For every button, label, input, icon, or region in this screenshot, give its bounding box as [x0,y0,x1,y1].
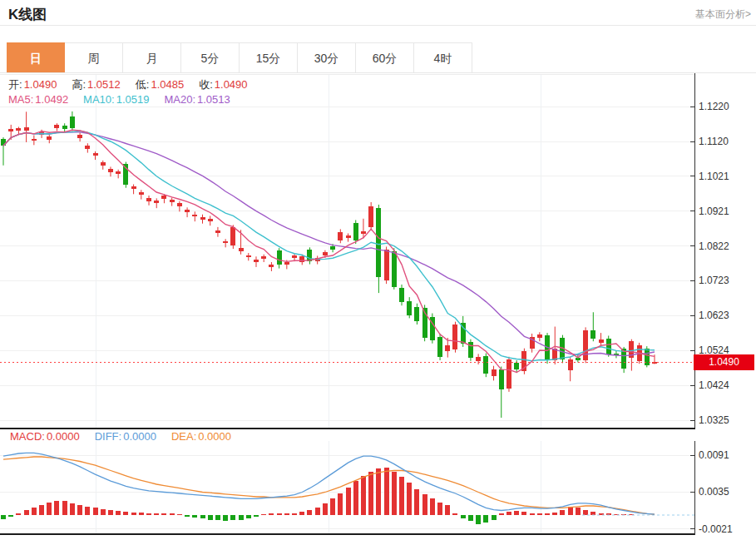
macd-bar [139,513,144,515]
widget-header: K线图 基本面分析> [0,0,756,26]
tab-month[interactable]: 月 [123,42,181,73]
macd-bar [93,508,98,515]
macd-bar [185,515,190,517]
macd-bar [70,503,75,515]
candle-body [590,330,595,339]
candle-body [277,250,282,265]
candle-body [108,169,113,172]
ohlc-legend: 开:1.0490高:1.0512低:1.0485收:1.0490 [8,77,263,92]
legend-label: MA5: [8,93,33,106]
tab-5min[interactable]: 5分 [181,42,240,73]
candle-body [384,250,389,280]
macd-bar [101,509,106,515]
candle-body [606,339,611,354]
fundamental-analysis-link[interactable]: 基本面分析> [695,7,751,22]
candle-body [461,323,466,344]
macd-bar [284,513,289,515]
macd-bar [246,515,251,518]
panel-divider [0,428,695,429]
macd-bar [483,515,488,523]
legend-value: 1.0513 [197,93,230,106]
candle-body [116,171,121,174]
y-axis-label: 1.1220 [699,101,729,112]
macd-bar [353,481,358,515]
candle-body [239,248,244,251]
candle-body [583,330,588,360]
macd-bar [230,515,235,520]
macd-bar [254,515,259,517]
legend-label: DIFF: [95,430,122,443]
macd-bar [39,505,44,515]
legend-value: 1.0485 [151,78,184,91]
macd-bar [545,513,550,515]
macd-bar [430,498,435,515]
y-axis-label: 0.0035 [699,486,729,498]
candle-body [8,129,13,131]
macd-bar [170,513,175,515]
macd-bar [223,515,228,521]
legend-value: 0.0000 [123,430,156,443]
y-axis-label: 1.0623 [699,310,729,321]
y-axis-label: 1.1120 [699,136,729,147]
tab-week[interactable]: 周 [65,42,123,73]
candle-body [161,196,166,199]
candle-body [70,116,75,128]
macd-bar [392,472,397,515]
macd-bar [376,468,381,515]
candle-body [368,206,373,227]
candle-body [24,127,29,131]
candle-body [208,219,213,221]
tab-30min[interactable]: 30分 [298,42,356,73]
tab-15min[interactable]: 15分 [240,42,298,73]
macd-bar [116,511,121,515]
candle-body [514,363,519,369]
y-axis-label: 1.0822 [699,240,729,252]
legend-label: MACD: [10,430,45,443]
candle-body [254,260,259,262]
candle-body [399,288,404,302]
tab-4hour[interactable]: 4时 [414,42,472,73]
legend-value: 1.0490 [215,78,248,91]
candle-body [407,301,412,315]
macd-bar [530,513,535,515]
y-axis-label: 1.1021 [699,171,729,182]
candle-body [215,230,220,233]
candle-body [54,125,59,128]
candle-body [261,256,266,259]
candle-body [154,201,159,203]
legend-label: MA20: [164,93,195,106]
macd-bar [239,515,244,520]
candle-body [146,198,151,201]
candle-body [85,146,90,149]
candle-body [476,357,481,361]
y-axis-label: 1.0723 [699,275,729,286]
tab-day[interactable]: 日 [7,42,65,73]
macd-bar [16,513,21,515]
candle-body [292,255,297,258]
macd-bar [461,515,466,518]
y-axis-label: -0.0021 [699,523,733,535]
legend-value: 1.0492 [35,93,68,106]
macd-bar [1,515,6,519]
tab-60min[interactable]: 60分 [356,42,414,73]
macd-bar [514,511,519,515]
macd-bar [154,513,159,515]
candle-body [537,334,542,338]
macd-legend: MACD:0.0000DIFF:0.0000DEA:0.0000 [10,430,246,443]
macd-bar [330,498,335,515]
candle-body [299,256,304,262]
candle-body [361,231,366,234]
macd-bar [108,510,113,515]
candle-body [47,136,52,140]
candle-body [101,162,106,165]
legend-label: 开: [8,78,22,91]
candle-body [445,345,450,351]
ma-legend: MA5:1.0492MA10:1.0519MA20:1.0513 [8,93,245,106]
candle-body [599,339,604,343]
macd-bar [506,512,511,515]
candle-body [330,246,335,250]
candle-body [177,203,182,207]
candle-body [483,356,488,374]
macd-bar [361,476,366,515]
macd-bar [368,472,373,515]
